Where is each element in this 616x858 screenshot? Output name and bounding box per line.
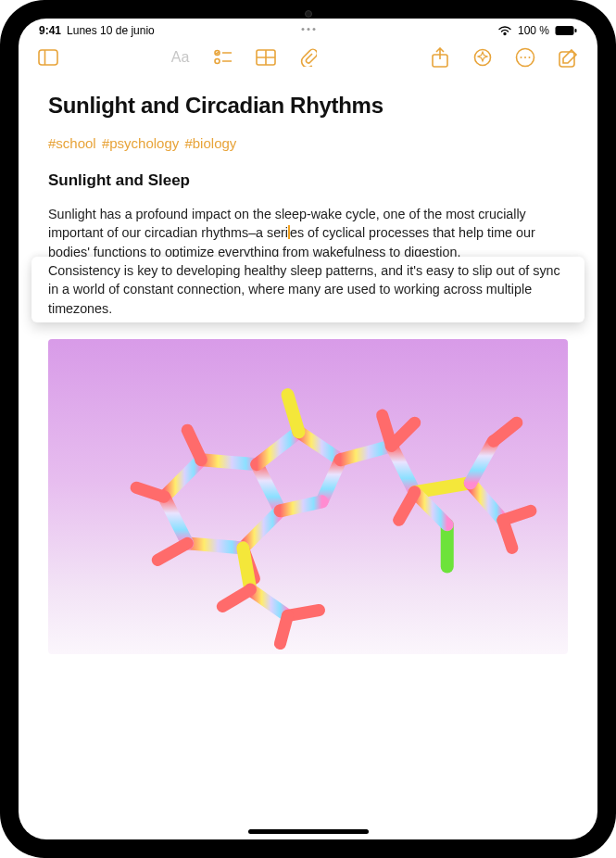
note-subheading[interactable]: Sunlight and Sleep	[48, 171, 568, 190]
more-button[interactable]	[514, 46, 536, 69]
svg-line-18	[164, 460, 201, 497]
svg-line-24	[257, 432, 298, 464]
svg-line-21	[243, 511, 280, 548]
svg-line-45	[494, 423, 517, 441]
svg-line-23	[164, 497, 187, 543]
status-time: 9:41	[39, 24, 61, 37]
svg-line-49	[280, 615, 287, 643]
format-button[interactable]: Aa	[170, 46, 192, 69]
front-camera	[305, 10, 312, 18]
multitask-dots[interactable]	[301, 28, 315, 31]
svg-line-44	[503, 520, 512, 548]
home-indicator[interactable]	[248, 829, 369, 834]
svg-line-36	[136, 487, 164, 497]
svg-line-25	[298, 432, 340, 460]
svg-rect-2	[39, 50, 57, 65]
note-body-text[interactable]: Sunlight has a profound impact on the sl…	[48, 205, 568, 654]
svg-line-19	[201, 460, 257, 464]
svg-line-28	[287, 395, 298, 432]
suggestion-popup[interactable]: Consistency is key to developing healthy…	[31, 257, 585, 322]
svg-point-6	[215, 59, 220, 64]
svg-line-20	[257, 464, 280, 511]
svg-line-31	[415, 483, 471, 492]
inline-image[interactable]	[48, 339, 568, 654]
tag-psychology[interactable]: #psychology	[102, 135, 179, 151]
writing-tools-button[interactable]	[471, 46, 494, 69]
svg-line-30	[392, 446, 415, 492]
tag-biology[interactable]: #biology	[184, 135, 236, 151]
svg-point-14	[521, 57, 522, 58]
battery-icon	[555, 25, 577, 36]
svg-line-35	[415, 492, 447, 524]
note-title[interactable]: Sunlight and Circadian Rhythms	[48, 93, 568, 119]
table-button[interactable]	[255, 46, 277, 69]
svg-line-50	[222, 589, 250, 606]
attach-button[interactable]	[297, 46, 320, 69]
svg-rect-0	[556, 26, 574, 35]
battery-percentage: 100 %	[518, 24, 549, 37]
sidebar-toggle-button[interactable]	[37, 46, 59, 69]
svg-line-22	[187, 543, 243, 548]
svg-line-33	[471, 441, 494, 483]
svg-line-29	[341, 446, 392, 460]
share-button[interactable]	[429, 46, 451, 69]
toolbar: Aa	[19, 39, 597, 76]
compose-button[interactable]	[557, 46, 579, 69]
svg-line-32	[471, 483, 503, 520]
svg-line-41	[392, 423, 415, 446]
svg-point-16	[529, 57, 531, 58]
svg-line-42	[399, 492, 415, 520]
tag-row[interactable]: #school #psychology #biology	[48, 135, 568, 151]
molecule-illustration	[48, 339, 568, 654]
svg-line-47	[250, 589, 287, 615]
note-editor[interactable]: Sunlight and Circadian Rhythms #school #…	[19, 76, 597, 839]
svg-line-26	[322, 460, 341, 501]
checklist-button[interactable]	[212, 46, 234, 69]
status-date: Lunes 10 de junio	[67, 24, 155, 37]
svg-rect-1	[575, 29, 577, 32]
svg-point-15	[524, 57, 526, 58]
wifi-icon	[497, 25, 512, 36]
svg-line-27	[280, 501, 321, 511]
tag-school[interactable]: #school	[48, 135, 96, 151]
svg-line-37	[187, 430, 201, 460]
suggestion-text: Consistency is key to developing healthy…	[48, 263, 560, 316]
svg-line-38	[157, 543, 187, 560]
status-bar: 9:41 Lunes 10 de junio 100 %	[19, 19, 597, 39]
